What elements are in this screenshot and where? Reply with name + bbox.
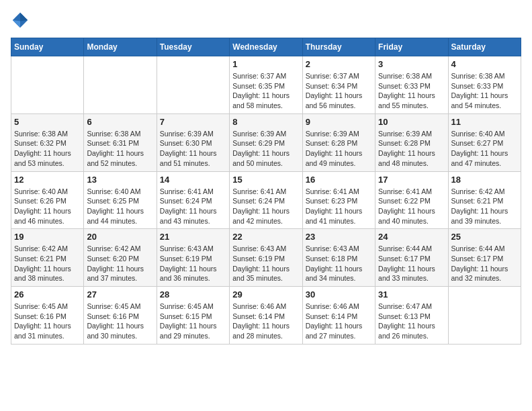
day-number: 27 [87,289,153,300]
day-number: 22 [232,232,299,242]
day-info: Sunrise: 6:41 AM Sunset: 6:22 PM Dayligh… [378,187,445,226]
day-number: 6 [87,117,153,127]
day-info: Sunrise: 6:46 AM Sunset: 6:14 PM Dayligh… [306,302,372,341]
day-info: Sunrise: 6:41 AM Sunset: 6:24 PM Dayligh… [160,187,226,226]
day-cell-1-5: 10Sunrise: 6:39 AM Sunset: 6:28 PM Dayli… [375,113,448,171]
day-number: 16 [306,175,372,185]
day-info: Sunrise: 6:40 AM Sunset: 6:26 PM Dayligh… [14,187,81,226]
day-number: 26 [14,289,81,300]
calendar-header-row: SundayMondayTuesdayWednesdayThursdayFrid… [11,38,521,56]
day-cell-3-6: 25Sunrise: 6:44 AM Sunset: 6:17 PM Dayli… [448,229,521,287]
day-info: Sunrise: 6:39 AM Sunset: 6:28 PM Dayligh… [378,129,445,169]
day-info: Sunrise: 6:38 AM Sunset: 6:31 PM Dayligh… [87,129,153,169]
day-cell-2-0: 12Sunrise: 6:40 AM Sunset: 6:26 PM Dayli… [11,171,84,229]
day-cell-4-1: 27Sunrise: 6:45 AM Sunset: 6:16 PM Dayli… [84,287,157,345]
day-number: 30 [306,289,372,300]
day-number: 15 [232,175,299,185]
day-number: 20 [87,232,153,242]
day-number: 5 [14,117,81,127]
day-info: Sunrise: 6:38 AM Sunset: 6:33 PM Dayligh… [451,71,518,111]
day-number: 31 [378,289,445,300]
day-cell-2-5: 17Sunrise: 6:41 AM Sunset: 6:22 PM Dayli… [375,171,448,229]
day-cell-0-0 [11,56,84,114]
day-cell-3-3: 22Sunrise: 6:43 AM Sunset: 6:19 PM Dayli… [230,229,302,287]
day-info: Sunrise: 6:47 AM Sunset: 6:13 PM Dayligh… [378,302,445,341]
header-thursday: Thursday [302,38,375,56]
day-cell-4-6 [448,287,521,345]
day-cell-3-2: 21Sunrise: 6:43 AM Sunset: 6:19 PM Dayli… [157,229,229,287]
day-info: Sunrise: 6:45 AM Sunset: 6:16 PM Dayligh… [87,302,153,341]
day-cell-2-2: 14Sunrise: 6:41 AM Sunset: 6:24 PM Dayli… [157,171,229,229]
header-saturday: Saturday [448,38,521,56]
day-number: 18 [451,175,518,185]
day-info: Sunrise: 6:44 AM Sunset: 6:17 PM Dayligh… [378,244,445,283]
day-info: Sunrise: 6:39 AM Sunset: 6:28 PM Dayligh… [306,129,372,169]
day-cell-2-3: 15Sunrise: 6:41 AM Sunset: 6:24 PM Dayli… [230,171,302,229]
day-info: Sunrise: 6:38 AM Sunset: 6:32 PM Dayligh… [14,129,81,169]
calendar-table: SundayMondayTuesdayWednesdayThursdayFrid… [11,38,521,345]
day-cell-2-4: 16Sunrise: 6:41 AM Sunset: 6:23 PM Dayli… [302,171,375,229]
logo-icon [11,11,30,30]
day-info: Sunrise: 6:39 AM Sunset: 6:29 PM Dayligh… [232,129,299,169]
day-cell-0-5: 3Sunrise: 6:38 AM Sunset: 6:33 PM Daylig… [375,56,448,114]
svg-marker-1 [20,13,28,21]
day-info: Sunrise: 6:37 AM Sunset: 6:34 PM Dayligh… [306,71,372,111]
day-info: Sunrise: 6:42 AM Sunset: 6:21 PM Dayligh… [14,244,81,283]
header-sunday: Sunday [11,38,84,56]
week-row-5: 26Sunrise: 6:45 AM Sunset: 6:16 PM Dayli… [11,287,521,345]
day-info: Sunrise: 6:41 AM Sunset: 6:24 PM Dayligh… [232,187,299,226]
day-number: 14 [160,175,226,185]
day-number: 7 [160,117,226,127]
day-cell-0-4: 2Sunrise: 6:37 AM Sunset: 6:34 PM Daylig… [302,56,375,114]
header-wednesday: Wednesday [230,38,302,56]
day-info: Sunrise: 6:40 AM Sunset: 6:25 PM Dayligh… [87,187,153,226]
day-cell-1-1: 6Sunrise: 6:38 AM Sunset: 6:31 PM Daylig… [84,113,157,171]
day-info: Sunrise: 6:39 AM Sunset: 6:30 PM Dayligh… [160,129,226,169]
day-info: Sunrise: 6:37 AM Sunset: 6:35 PM Dayligh… [232,71,299,111]
day-number: 4 [451,59,518,69]
day-cell-4-3: 29Sunrise: 6:46 AM Sunset: 6:14 PM Dayli… [230,287,302,345]
day-cell-1-0: 5Sunrise: 6:38 AM Sunset: 6:32 PM Daylig… [11,113,84,171]
day-cell-4-5: 31Sunrise: 6:47 AM Sunset: 6:13 PM Dayli… [375,287,448,345]
day-cell-1-3: 8Sunrise: 6:39 AM Sunset: 6:29 PM Daylig… [230,113,302,171]
svg-marker-2 [13,20,20,28]
day-cell-3-4: 23Sunrise: 6:43 AM Sunset: 6:18 PM Dayli… [302,229,375,287]
day-number: 25 [451,232,518,242]
day-cell-2-6: 18Sunrise: 6:42 AM Sunset: 6:21 PM Dayli… [448,171,521,229]
day-number: 28 [160,289,226,300]
week-row-4: 19Sunrise: 6:42 AM Sunset: 6:21 PM Dayli… [11,229,521,287]
day-cell-4-0: 26Sunrise: 6:45 AM Sunset: 6:16 PM Dayli… [11,287,84,345]
day-number: 9 [306,117,372,127]
day-number: 11 [451,117,518,127]
week-row-2: 5Sunrise: 6:38 AM Sunset: 6:32 PM Daylig… [11,113,521,171]
day-info: Sunrise: 6:43 AM Sunset: 6:18 PM Dayligh… [306,244,372,283]
day-info: Sunrise: 6:46 AM Sunset: 6:14 PM Dayligh… [232,302,299,341]
day-cell-0-2 [157,56,229,114]
header-monday: Monday [84,38,157,56]
day-cell-1-6: 11Sunrise: 6:40 AM Sunset: 6:27 PM Dayli… [448,113,521,171]
day-cell-3-1: 20Sunrise: 6:42 AM Sunset: 6:20 PM Dayli… [84,229,157,287]
day-info: Sunrise: 6:43 AM Sunset: 6:19 PM Dayligh… [160,244,226,283]
day-cell-4-4: 30Sunrise: 6:46 AM Sunset: 6:14 PM Dayli… [302,287,375,345]
day-info: Sunrise: 6:41 AM Sunset: 6:23 PM Dayligh… [306,187,372,226]
week-row-1: 1Sunrise: 6:37 AM Sunset: 6:35 PM Daylig… [11,56,521,114]
day-number: 21 [160,232,226,242]
day-number: 10 [378,117,445,127]
week-row-3: 12Sunrise: 6:40 AM Sunset: 6:26 PM Dayli… [11,171,521,229]
day-cell-0-3: 1Sunrise: 6:37 AM Sunset: 6:35 PM Daylig… [230,56,302,114]
day-number: 23 [306,232,372,242]
day-number: 19 [14,232,81,242]
day-cell-0-1 [84,56,157,114]
day-cell-1-4: 9Sunrise: 6:39 AM Sunset: 6:28 PM Daylig… [302,113,375,171]
day-number: 29 [232,289,299,300]
day-cell-4-2: 28Sunrise: 6:45 AM Sunset: 6:15 PM Dayli… [157,287,229,345]
day-info: Sunrise: 6:45 AM Sunset: 6:16 PM Dayligh… [14,302,81,341]
day-number: 24 [378,232,445,242]
day-info: Sunrise: 6:42 AM Sunset: 6:20 PM Dayligh… [87,244,153,283]
day-info: Sunrise: 6:43 AM Sunset: 6:19 PM Dayligh… [232,244,299,283]
day-cell-3-5: 24Sunrise: 6:44 AM Sunset: 6:17 PM Dayli… [375,229,448,287]
day-cell-0-6: 4Sunrise: 6:38 AM Sunset: 6:33 PM Daylig… [448,56,521,114]
day-info: Sunrise: 6:40 AM Sunset: 6:27 PM Dayligh… [451,129,518,169]
day-info: Sunrise: 6:45 AM Sunset: 6:15 PM Dayligh… [160,302,226,341]
day-number: 3 [378,59,445,69]
